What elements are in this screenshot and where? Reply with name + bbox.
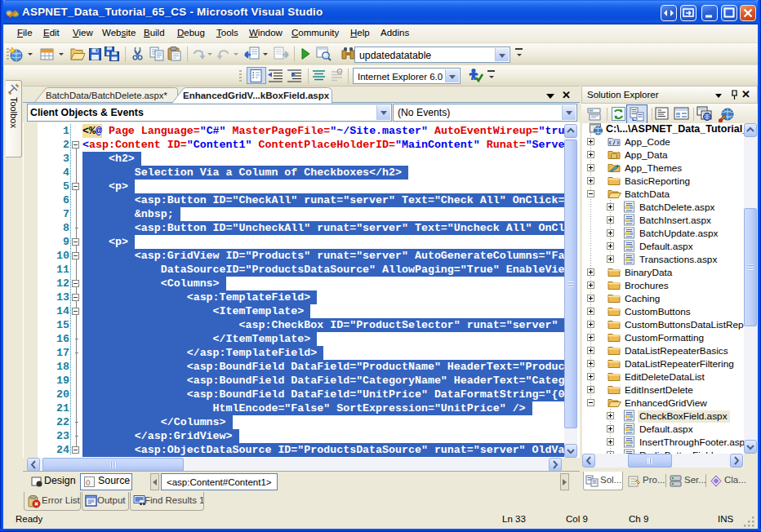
svg-text:〈〉: 〈〉 [86, 479, 91, 486]
